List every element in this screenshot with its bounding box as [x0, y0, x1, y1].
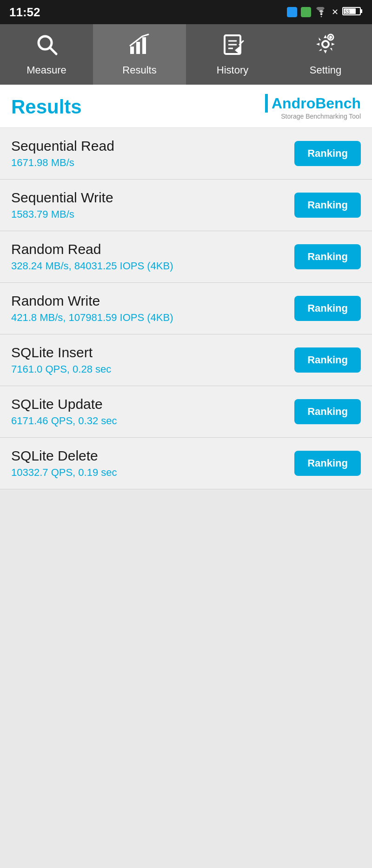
result-info: Sequential Read 1671.98 MB/s — [11, 138, 294, 169]
measure-icon — [35, 33, 58, 60]
status-bar: 11:52 ✕ 53 — [0, 0, 372, 24]
result-name: Random Write — [11, 293, 294, 309]
result-item-sequential-read: Sequential Read 1671.98 MB/s Ranking — [0, 128, 372, 180]
svg-point-18 — [329, 36, 332, 39]
result-item-sqlite-delete: SQLite Delete 10332.7 QPS, 0.19 sec Rank… — [0, 438, 372, 489]
results-icon — [128, 33, 151, 60]
result-name: SQLite Delete — [11, 448, 294, 464]
brand-sub: Storage Benchmarking Tool — [281, 113, 361, 120]
result-item-sqlite-update: SQLite Update 6171.46 QPS, 0.32 sec Rank… — [0, 386, 372, 438]
result-value: 421.8 MB/s, 107981.59 IOPS (4KB) — [11, 312, 294, 324]
ranking-button-sqlite-update[interactable]: Ranking — [294, 399, 361, 424]
setting-icon — [314, 33, 337, 60]
svg-rect-7 — [136, 42, 140, 54]
svg-text:53: 53 — [345, 9, 350, 14]
brand-name-plain: Andro — [272, 95, 315, 112]
app-icon-1 — [287, 7, 297, 17]
x-icon: ✕ — [332, 7, 339, 17]
brand-name: AndroBench — [272, 95, 361, 112]
tab-measure[interactable]: Measure — [0, 24, 93, 85]
empty-space — [0, 489, 372, 815]
ranking-button-sequential-read[interactable]: Ranking — [294, 141, 361, 166]
result-value: 1671.98 MB/s — [11, 157, 294, 169]
brand-logo: AndroBench Storage Benchmarking Tool — [265, 94, 361, 120]
nav-tabs: Measure Results History — [0, 24, 372, 85]
result-name: SQLite Insert — [11, 345, 294, 361]
result-item-random-read: Random Read 328.24 MB/s, 84031.25 IOPS (… — [0, 231, 372, 283]
brand-name-accent: Bench — [315, 95, 361, 112]
battery-level: 53 — [342, 6, 363, 19]
result-info: Sequential Write 1583.79 MB/s — [11, 190, 294, 220]
ranking-button-sequential-write[interactable]: Ranking — [294, 193, 361, 218]
wifi-icon — [315, 7, 328, 17]
result-value: 328.24 MB/s, 84031.25 IOPS (4KB) — [11, 260, 294, 272]
result-item-sequential-write: Sequential Write 1583.79 MB/s Ranking — [0, 180, 372, 231]
ranking-button-random-read[interactable]: Ranking — [294, 244, 361, 269]
page-title: Results — [11, 96, 82, 118]
result-value: 7161.0 QPS, 0.28 sec — [11, 363, 294, 375]
brand-bar — [265, 94, 268, 113]
result-value: 1583.79 MB/s — [11, 208, 294, 220]
svg-line-5 — [50, 47, 56, 54]
tab-results-label: Results — [122, 64, 156, 76]
status-time: 11:52 — [9, 5, 40, 20]
result-info: SQLite Update 6171.46 QPS, 0.32 sec — [11, 396, 294, 427]
svg-rect-6 — [130, 47, 134, 54]
result-info: Random Write 421.8 MB/s, 107981.59 IOPS … — [11, 293, 294, 324]
tab-measure-label: Measure — [27, 64, 66, 76]
svg-rect-8 — [142, 37, 146, 54]
result-name: Random Read — [11, 241, 294, 257]
result-info: SQLite Delete 10332.7 QPS, 0.19 sec — [11, 448, 294, 479]
result-name: SQLite Update — [11, 396, 294, 412]
svg-rect-1 — [360, 9, 362, 13]
svg-point-16 — [322, 41, 329, 47]
tab-history-label: History — [217, 64, 248, 76]
tab-setting[interactable]: Setting — [279, 24, 372, 85]
ranking-button-sqlite-delete[interactable]: Ranking — [294, 451, 361, 476]
tab-history[interactable]: History — [186, 24, 279, 85]
result-info: SQLite Insert 7161.0 QPS, 0.28 sec — [11, 345, 294, 375]
result-item-random-write: Random Write 421.8 MB/s, 107981.59 IOPS … — [0, 283, 372, 334]
ranking-button-random-write[interactable]: Ranking — [294, 296, 361, 321]
status-icons: ✕ 53 — [287, 6, 363, 19]
result-name: Sequential Read — [11, 138, 294, 154]
result-name: Sequential Write — [11, 190, 294, 206]
ranking-button-sqlite-insert[interactable]: Ranking — [294, 347, 361, 373]
results-list: Sequential Read 1671.98 MB/s Ranking Seq… — [0, 128, 372, 489]
header: Results AndroBench Storage Benchmarking … — [0, 85, 372, 128]
result-item-sqlite-insert: SQLite Insert 7161.0 QPS, 0.28 sec Ranki… — [0, 334, 372, 386]
result-value: 6171.46 QPS, 0.32 sec — [11, 415, 294, 427]
tab-setting-label: Setting — [310, 64, 342, 76]
result-value: 10332.7 QPS, 0.19 sec — [11, 467, 294, 479]
history-icon — [221, 33, 244, 60]
tab-results[interactable]: Results — [93, 24, 186, 85]
app-icon-2 — [301, 7, 311, 17]
result-info: Random Read 328.24 MB/s, 84031.25 IOPS (… — [11, 241, 294, 272]
